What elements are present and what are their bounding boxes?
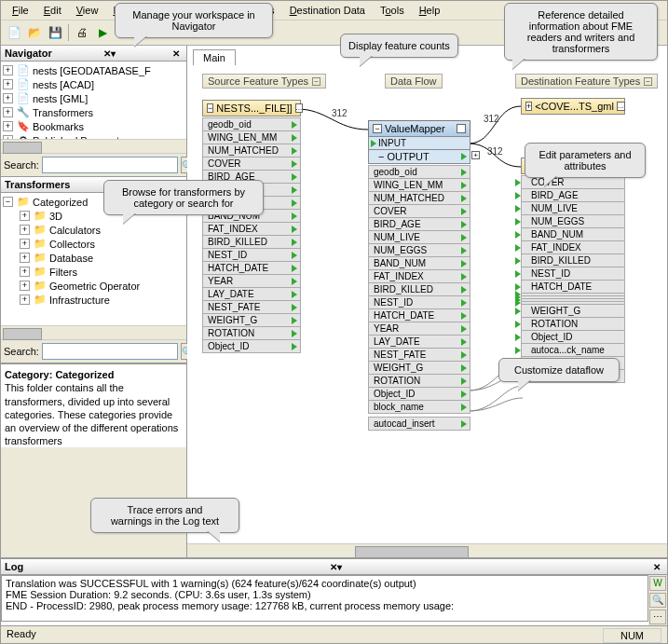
close-icon[interactable]: ▾ bbox=[327, 562, 345, 572]
attribute-row[interactable]: NUM_LIVE bbox=[521, 201, 625, 215]
dest-feature-type-gml[interactable]: +<COVE...TS_gml... bbox=[521, 98, 625, 115]
close-icon[interactable] bbox=[650, 562, 663, 572]
scrollbar-horizontal[interactable] bbox=[1, 325, 186, 339]
attribute-row[interactable]: BIRD_KILLED bbox=[521, 253, 625, 267]
attribute-row[interactable]: LAY_DATE bbox=[368, 335, 470, 349]
attribute-row[interactable]: geodb_oid bbox=[368, 165, 470, 179]
attribute-row[interactable]: WING_LEN_MM bbox=[368, 178, 470, 192]
attribute-row[interactable]: block_name bbox=[368, 400, 470, 414]
expand-icon[interactable]: + bbox=[3, 65, 13, 75]
menu-destination-data[interactable]: Destination Data bbox=[282, 3, 373, 18]
attribute-row[interactable]: Object_ID bbox=[202, 339, 301, 353]
transformers-search-input[interactable] bbox=[42, 343, 178, 360]
transformer-category[interactable]: +📁Infrastructure bbox=[3, 293, 184, 307]
log-tool-icon[interactable]: W bbox=[649, 576, 666, 591]
menu-edit[interactable]: Edit bbox=[36, 3, 69, 18]
transformer-category[interactable]: +📁Collectors bbox=[3, 237, 184, 251]
transformer-category[interactable]: +📁Database bbox=[3, 251, 184, 265]
print-icon[interactable]: 🖨 bbox=[73, 23, 91, 42]
menu-tools[interactable]: Tools bbox=[373, 3, 412, 18]
nav-item[interactable]: +🔖Bookmarks bbox=[3, 119, 184, 133]
log-tool-icon[interactable]: ⋯ bbox=[649, 610, 666, 624]
transformer-category[interactable]: +📁Calculators bbox=[3, 223, 184, 237]
attribute-row[interactable]: LAY_DATE bbox=[202, 287, 301, 301]
menu-help[interactable]: Help bbox=[412, 3, 448, 18]
expand-icon[interactable]: + bbox=[20, 295, 30, 305]
expand-icon[interactable]: + bbox=[3, 107, 13, 117]
attribute-row[interactable]: NEST_ID bbox=[521, 267, 625, 281]
attribute-row[interactable]: NEST_FATE bbox=[202, 300, 301, 314]
scrollbar-horizontal[interactable] bbox=[1, 139, 186, 153]
attribute-row[interactable]: BIRD_AGE bbox=[521, 188, 625, 202]
attribute-row[interactable]: NEST_FATE bbox=[368, 348, 470, 362]
attribute-row[interactable]: WEIGHT_G bbox=[368, 361, 470, 375]
attribute-row[interactable]: NUM_HATCHED bbox=[202, 144, 301, 158]
navigator-search-input[interactable] bbox=[42, 157, 178, 173]
new-icon[interactable]: 📄 bbox=[5, 23, 23, 42]
transformer-category[interactable]: +📁Filters bbox=[3, 265, 184, 279]
expand-icon[interactable]: + bbox=[3, 93, 13, 103]
nav-item[interactable]: +📄nests [GEODATABASE_F bbox=[3, 63, 184, 77]
menu-view[interactable]: View bbox=[69, 3, 106, 18]
attribute-row[interactable]: YEAR bbox=[202, 274, 301, 288]
group-source[interactable]: Source Feature Types− bbox=[202, 74, 326, 89]
menu-file[interactable]: File bbox=[5, 3, 36, 18]
attribute-row[interactable]: ROTATION bbox=[202, 326, 301, 340]
close-icon[interactable] bbox=[170, 48, 183, 59]
attribute-row[interactable]: BIRD_KILLED bbox=[368, 282, 470, 296]
attribute-row[interactable]: FAT_INDEX bbox=[368, 269, 470, 283]
transformer-category[interactable]: +📁Geometric Operator bbox=[3, 279, 184, 293]
expand-icon[interactable]: + bbox=[3, 121, 13, 131]
attribute-row[interactable]: geodb_oid bbox=[202, 117, 301, 131]
attribute-row[interactable]: BAND_NUM bbox=[368, 256, 470, 270]
group-dataflow[interactable]: Data Flow bbox=[385, 74, 443, 89]
attribute-row[interactable]: HATCH_DATE bbox=[521, 280, 625, 294]
attribute-row[interactable]: Object_ID bbox=[521, 330, 625, 344]
attribute-row[interactable]: WEIGHT_G bbox=[521, 304, 625, 318]
expand-icon[interactable]: + bbox=[20, 211, 30, 221]
attribute-row[interactable]: FAT_INDEX bbox=[202, 222, 301, 236]
expand-icon[interactable]: + bbox=[3, 79, 13, 89]
attribute-row[interactable]: autocad_insert bbox=[368, 417, 470, 431]
expand-icon[interactable]: + bbox=[20, 239, 30, 249]
attribute-row[interactable]: HATCH_DATE bbox=[368, 308, 470, 322]
attribute-row[interactable]: COVER bbox=[368, 204, 470, 218]
open-icon[interactable]: 📂 bbox=[25, 23, 44, 42]
attribute-row[interactable]: YEAR bbox=[368, 322, 470, 336]
save-icon[interactable]: 💾 bbox=[46, 23, 64, 42]
attribute-row[interactable]: ROTATION bbox=[521, 317, 625, 331]
close-icon[interactable]: ▾ bbox=[101, 48, 118, 59]
log-text[interactable]: Translation was SUCCESSFUL with 1 warnin… bbox=[1, 575, 648, 622]
search-icon[interactable]: 🔍 bbox=[649, 593, 666, 608]
expand-icon[interactable]: + bbox=[20, 253, 30, 263]
attribute-row[interactable]: BAND_NUM bbox=[521, 227, 625, 241]
attribute-row[interactable]: COVER bbox=[202, 157, 301, 171]
attribute-row[interactable]: NUM_HATCHED bbox=[368, 191, 470, 205]
attribute-row[interactable]: BIRD_KILLED bbox=[202, 235, 301, 249]
attribute-row[interactable]: BIRD_AGE bbox=[368, 217, 470, 231]
attribute-row[interactable]: NUM_LIVE bbox=[368, 230, 470, 244]
attribute-row[interactable]: WEIGHT_G bbox=[202, 313, 301, 327]
valuemapper-transformer[interactable]: −ValueMapper INPUT −OUTPUT+ geodb_oidWIN… bbox=[368, 120, 470, 431]
attribute-row[interactable]: HATCH_DATE bbox=[202, 261, 301, 275]
tab-main[interactable]: Main bbox=[193, 49, 236, 65]
attribute-row[interactable]: NEST_ID bbox=[202, 248, 301, 262]
nav-item[interactable]: +🔧Transformers bbox=[3, 105, 184, 119]
navigator-tree[interactable]: +📄nests [GEODATABASE_F+📄nests [ACAD]+📄ne… bbox=[1, 62, 186, 139]
canvas[interactable]: Main Source Feature Types− Data Flow Des… bbox=[187, 46, 667, 557]
attribute-row[interactable]: NUM_EGGS bbox=[368, 243, 470, 257]
attribute-row[interactable]: ROTATION bbox=[368, 374, 470, 388]
source-feature-type[interactable]: −NESTS..._FILE]]... geodb_oidWING_LEN_MM… bbox=[202, 100, 301, 353]
expand-icon[interactable]: + bbox=[20, 225, 30, 235]
input-port[interactable]: INPUT bbox=[368, 136, 470, 150]
group-dest[interactable]: Destination Feature Types− bbox=[515, 74, 658, 89]
nav-item[interactable]: +📄nests [GML] bbox=[3, 91, 184, 105]
attribute-row[interactable]: FAT_INDEX bbox=[521, 240, 625, 254]
run-icon[interactable]: ▶ bbox=[93, 23, 112, 42]
attribute-row[interactable]: NEST_ID bbox=[368, 295, 470, 309]
dest-feature-type-acad[interactable]: −NESTS...ACAD]]... COVERBIRD_AGENUM_LIVE… bbox=[521, 158, 625, 383]
output-port[interactable]: −OUTPUT+ bbox=[368, 149, 470, 164]
expand-icon[interactable]: + bbox=[20, 267, 30, 277]
expand-icon[interactable]: + bbox=[20, 281, 30, 291]
attribute-row[interactable]: Object_ID bbox=[368, 387, 470, 401]
